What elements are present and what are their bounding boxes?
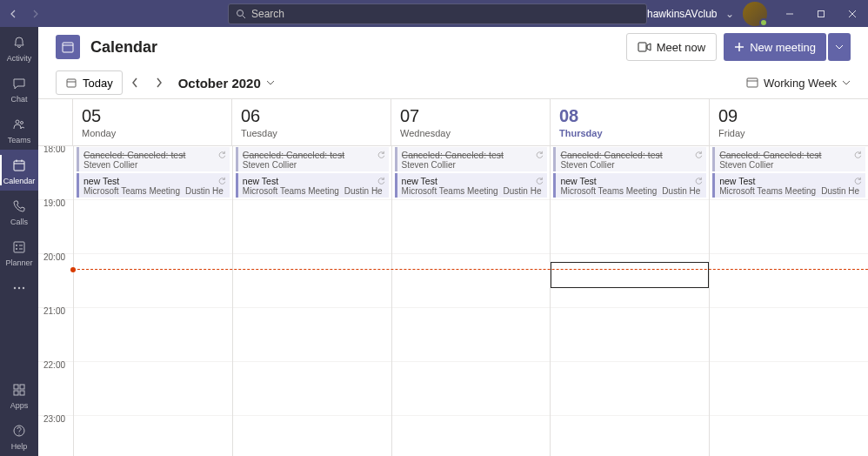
recurring-icon	[217, 151, 226, 159]
day-column[interactable]: Canceled: Canceled: testSteven Collierne…	[232, 146, 391, 456]
plus-icon	[734, 42, 744, 52]
search-placeholder: Search	[251, 8, 284, 20]
calendar-event[interactable]: new TestMicrosoft Teams MeetingDustin He	[77, 173, 230, 198]
recurring-icon	[377, 177, 385, 185]
svg-rect-26	[638, 43, 646, 51]
day-column[interactable]: Canceled: Canceled: testSteven Collierne…	[391, 146, 551, 456]
calendar-event-cancelled[interactable]: Canceled: Canceled: testSteven Collier	[553, 147, 706, 171]
calendar-event[interactable]: new TestMicrosoft Teams MeetingDustin He	[553, 173, 706, 198]
next-week-button[interactable]	[147, 70, 171, 95]
svg-point-5	[21, 122, 23, 124]
maximize-button[interactable]	[807, 2, 835, 26]
svg-point-11	[16, 245, 17, 246]
calendar-event-cancelled[interactable]: Canceled: Canceled: testSteven Collier	[395, 147, 548, 171]
svg-rect-24	[63, 43, 73, 52]
calendar-event-cancelled[interactable]: Canceled: Canceled: testSteven Collier	[77, 147, 230, 171]
rail-planner[interactable]: Planner	[0, 231, 38, 272]
rail-apps[interactable]: Apps	[0, 374, 38, 415]
calendar-event[interactable]: new TestMicrosoft Teams MeetingDustin He	[712, 173, 865, 198]
day-column[interactable]: Canceled: Canceled: testSteven Collierne…	[550, 146, 709, 456]
chevron-down-icon	[842, 80, 851, 85]
help-icon	[10, 422, 28, 439]
day-header[interactable]: 05Monday	[73, 99, 232, 145]
minimize-button[interactable]	[776, 2, 804, 26]
svg-rect-18	[14, 385, 18, 389]
svg-rect-3	[818, 10, 825, 17]
planner-icon	[10, 238, 28, 256]
day-column[interactable]: Canceled: Canceled: testSteven Collierne…	[73, 146, 232, 456]
username-label[interactable]: hawkinsAVclub	[647, 8, 717, 20]
calendar-event[interactable]: new TestMicrosoft Teams MeetingDustin He	[236, 173, 389, 198]
svg-point-0	[237, 10, 244, 16]
phone-icon	[10, 198, 28, 215]
chevron-down-icon	[835, 44, 844, 50]
new-meeting-button[interactable]: New meeting	[724, 33, 826, 61]
svg-rect-27	[67, 79, 76, 87]
back-button[interactable]	[5, 5, 23, 23]
meet-now-button[interactable]: Meet now	[626, 33, 717, 61]
rail-teams[interactable]: Teams	[0, 109, 38, 150]
recurring-icon	[535, 151, 544, 159]
chat-icon	[10, 75, 28, 92]
recurring-icon	[535, 177, 544, 185]
calendar-app-icon	[56, 35, 80, 59]
svg-point-12	[16, 248, 17, 250]
svg-point-15	[14, 287, 16, 289]
video-icon	[638, 42, 651, 52]
current-time-indicator	[73, 269, 868, 270]
svg-rect-20	[14, 391, 18, 395]
svg-rect-19	[20, 385, 24, 389]
prev-week-button[interactable]	[123, 70, 147, 95]
calendar-event[interactable]: new TestMicrosoft Teams MeetingDustin He	[395, 173, 548, 198]
svg-point-16	[18, 287, 20, 289]
today-button[interactable]: Today	[56, 70, 123, 95]
day-header[interactable]: 09Friday	[710, 99, 868, 145]
calendar-rail-icon	[10, 157, 28, 174]
month-picker[interactable]: October 2020	[178, 76, 275, 91]
day-header[interactable]: 07Wednesday	[391, 99, 551, 145]
rail-calls[interactable]: Calls	[0, 191, 38, 231]
chevron-down-icon	[266, 80, 275, 85]
close-button[interactable]	[838, 2, 866, 26]
rail-activity[interactable]: Activity	[0, 27, 38, 68]
svg-point-4	[16, 120, 19, 124]
calendar-toolbar: Today October 2020 Working Week	[38, 67, 868, 98]
rail-help[interactable]: Help	[0, 415, 38, 456]
rail-more[interactable]	[0, 272, 38, 302]
search-input[interactable]: Search	[228, 3, 647, 24]
day-headers: 05Monday 06Tuesday 07Wednesday 08Thursda…	[38, 98, 868, 146]
svg-rect-29	[747, 78, 758, 87]
svg-line-1	[243, 16, 245, 18]
recurring-icon	[217, 177, 226, 185]
page-title: Calendar	[90, 38, 157, 57]
recurring-icon	[694, 151, 703, 159]
app-rail: Activity Chat Teams Calendar Calls Plann…	[0, 27, 38, 456]
day-column[interactable]: Canceled: Canceled: testSteven Collierne…	[709, 146, 868, 456]
new-meeting-dropdown[interactable]	[828, 33, 851, 61]
forward-button[interactable]	[26, 5, 43, 23]
calendar-view-icon	[746, 77, 758, 89]
recurring-icon	[853, 177, 862, 185]
svg-rect-10	[14, 242, 24, 252]
svg-rect-21	[20, 391, 24, 395]
calendar-event-cancelled[interactable]: Canceled: Canceled: testSteven Collier	[236, 147, 389, 171]
days-grid: Canceled: Canceled: testSteven Collierne…	[73, 146, 868, 456]
search-icon	[236, 9, 246, 19]
day-header[interactable]: 08Thursday	[551, 99, 710, 145]
svg-point-23	[18, 433, 19, 434]
view-switcher[interactable]: Working Week	[746, 77, 851, 90]
title-bar: Search hawkinsAVclub ⌄	[0, 0, 868, 27]
day-header[interactable]: 06Tuesday	[232, 99, 391, 145]
rail-chat[interactable]: Chat	[0, 68, 38, 109]
calendar-today-icon	[65, 77, 77, 89]
selected-timeslot[interactable]	[551, 262, 709, 288]
user-avatar[interactable]	[743, 2, 767, 26]
bell-icon	[10, 34, 28, 51]
recurring-icon	[377, 151, 385, 159]
chevron-down-icon: ⌄	[725, 8, 734, 20]
calendar-header: Calendar Meet now New meeting	[38, 27, 868, 67]
rail-calendar[interactable]: Calendar	[0, 150, 38, 191]
recurring-icon	[853, 151, 862, 159]
teams-icon	[10, 116, 28, 133]
calendar-event-cancelled[interactable]: Canceled: Canceled: testSteven Collier	[712, 147, 865, 171]
